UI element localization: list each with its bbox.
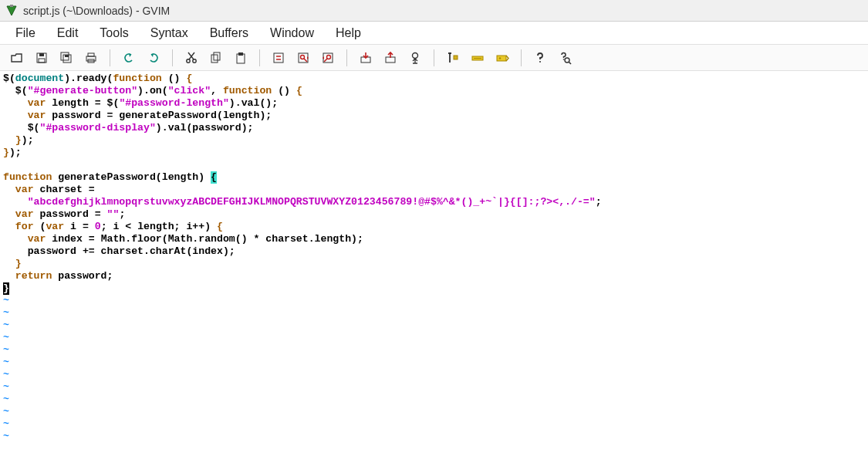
- end-of-buffer-tilde: ~: [3, 307, 9, 319]
- matching-brace: }: [3, 282, 9, 295]
- end-of-buffer-tilde: ~: [3, 357, 9, 368]
- svg-marker-0: [7, 6, 16, 15]
- cursor: {: [211, 171, 217, 184]
- end-of-buffer-tilde: ~: [3, 431, 9, 442]
- code-line: var password = generatePassword(length);: [3, 110, 865, 122]
- menu-buffers[interactable]: Buffers: [199, 23, 259, 43]
- svg-rect-14: [214, 52, 220, 60]
- gvim-app-icon: [5, 4, 19, 18]
- svg-point-29: [539, 61, 541, 63]
- svg-rect-1: [10, 5, 13, 7]
- toolbar-separator: [110, 49, 110, 66]
- toolbar: [0, 45, 868, 71]
- title-bar: script.js (~\Downloads) - GVIM: [0, 0, 868, 22]
- svg-rect-27: [497, 56, 506, 61]
- code-line: return password;: [3, 270, 865, 282]
- make-icon[interactable]: [442, 49, 464, 67]
- code-line: $("#password-display").val(password);: [3, 122, 865, 134]
- svg-point-12: [193, 59, 196, 62]
- code-line: }: [3, 282, 865, 295]
- menu-help[interactable]: Help: [325, 23, 372, 43]
- load-session-icon[interactable]: [355, 49, 377, 67]
- menu-file[interactable]: File: [5, 23, 46, 43]
- code-line: ~: [3, 344, 865, 357]
- print-icon[interactable]: [80, 49, 102, 67]
- code-line: var password = "";: [3, 208, 865, 221]
- svg-rect-4: [39, 59, 45, 63]
- svg-rect-7: [65, 55, 69, 57]
- code-line: $(document).ready(function () {: [3, 73, 865, 85]
- end-of-buffer-tilde: ~: [3, 319, 9, 331]
- toolbar-separator: [172, 49, 173, 66]
- end-of-buffer-tilde: ~: [3, 418, 9, 430]
- tag-icon[interactable]: [491, 49, 513, 67]
- svg-rect-25: [454, 56, 458, 59]
- copy-icon[interactable]: [205, 49, 227, 67]
- end-of-buffer-tilde: ~: [3, 406, 9, 418]
- code-line: ~: [3, 406, 865, 418]
- code-line: [3, 159, 865, 171]
- code-line: for (var i = 0; i < length; i++) {: [3, 221, 865, 233]
- find-next-icon[interactable]: [292, 49, 314, 67]
- open-icon[interactable]: [6, 49, 28, 67]
- save-all-icon[interactable]: [56, 49, 77, 67]
- svg-point-11: [187, 59, 190, 62]
- find-replace-icon[interactable]: [268, 49, 289, 67]
- code-line: password += charset.charAt(index);: [3, 245, 865, 258]
- menu-syntax[interactable]: Syntax: [140, 23, 199, 43]
- end-of-buffer-tilde: ~: [3, 369, 9, 380]
- code-line: });: [3, 147, 865, 159]
- editor-area[interactable]: $(document).ready(function () { $("#gene…: [0, 71, 868, 453]
- code-line: ~: [3, 431, 865, 443]
- svg-rect-13: [211, 55, 218, 63]
- code-line: ~: [3, 394, 865, 406]
- svg-point-28: [499, 57, 501, 59]
- menu-window[interactable]: Window: [259, 23, 325, 43]
- code-line: ~: [3, 357, 865, 369]
- svg-rect-9: [88, 53, 94, 56]
- svg-point-24: [413, 52, 418, 58]
- code-line: ~: [3, 332, 865, 344]
- code-line: var length = $("#password-length").val()…: [3, 97, 865, 110]
- find-prev-icon[interactable]: [317, 49, 339, 67]
- find-help-icon[interactable]: [554, 49, 576, 67]
- help-icon[interactable]: [529, 49, 551, 67]
- save-session-icon[interactable]: [380, 49, 401, 67]
- menu-bar: FileEditToolsSyntaxBuffersWindowHelp: [0, 22, 868, 45]
- menu-edit[interactable]: Edit: [46, 23, 90, 43]
- svg-rect-16: [238, 52, 243, 56]
- svg-rect-17: [274, 53, 283, 63]
- end-of-buffer-tilde: ~: [3, 381, 9, 393]
- toolbar-separator: [259, 49, 260, 66]
- redo-icon[interactable]: [143, 49, 164, 67]
- svg-rect-3: [39, 53, 44, 56]
- end-of-buffer-tilde: ~: [3, 295, 9, 306]
- end-of-buffer-tilde: ~: [3, 332, 9, 343]
- code-line: });: [3, 134, 865, 147]
- code-line: ~: [3, 319, 865, 332]
- toolbar-separator: [434, 49, 434, 66]
- code-line: function generatePassword(length) {: [3, 171, 865, 184]
- code-line: "abcdefghijklmnopqrstuvwxyzABCDEFGHIJKLM…: [3, 196, 865, 208]
- toolbar-separator: [521, 49, 522, 66]
- svg-point-19: [301, 55, 305, 59]
- code-line: }: [3, 258, 865, 270]
- menu-tools[interactable]: Tools: [89, 23, 139, 43]
- run-script-icon[interactable]: [404, 49, 426, 67]
- code-line: ~: [3, 369, 865, 381]
- svg-rect-23: [386, 57, 395, 63]
- undo-icon[interactable]: [118, 49, 140, 67]
- end-of-buffer-tilde: ~: [3, 344, 9, 356]
- save-icon[interactable]: [31, 49, 52, 67]
- code-line: ~: [3, 381, 865, 394]
- svg-point-30: [563, 59, 565, 60]
- code-line: ~: [3, 295, 865, 307]
- toolbar-separator: [346, 49, 347, 66]
- svg-point-21: [327, 55, 331, 59]
- window-title: script.js (~\Downloads) - GVIM: [23, 5, 170, 17]
- paste-icon[interactable]: [230, 49, 252, 67]
- shell-icon[interactable]: [467, 49, 488, 67]
- code-line: var index = Math.floor(Math.random() * c…: [3, 233, 865, 245]
- code-line: var charset =: [3, 184, 865, 196]
- cut-icon[interactable]: [181, 49, 202, 67]
